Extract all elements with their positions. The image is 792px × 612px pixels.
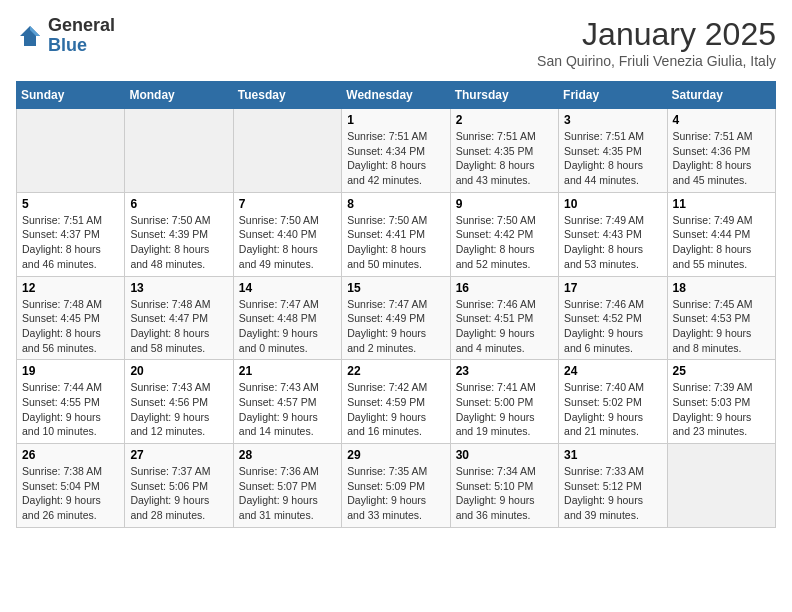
calendar-cell: 13 Sunrise: 7:48 AMSunset: 4:47 PMDaylig… — [125, 276, 233, 360]
calendar-week-row: 26 Sunrise: 7:38 AMSunset: 5:04 PMDaylig… — [17, 444, 776, 528]
days-of-week-row: SundayMondayTuesdayWednesdayThursdayFrid… — [17, 82, 776, 109]
day-info: Sunrise: 7:36 AMSunset: 5:07 PMDaylight:… — [239, 464, 336, 523]
day-info: Sunrise: 7:39 AMSunset: 5:03 PMDaylight:… — [673, 380, 770, 439]
day-info: Sunrise: 7:46 AMSunset: 4:52 PMDaylight:… — [564, 297, 661, 356]
page-header: General Blue January 2025 San Quirino, F… — [16, 16, 776, 69]
calendar-cell: 1 Sunrise: 7:51 AMSunset: 4:34 PMDayligh… — [342, 109, 450, 193]
day-number: 27 — [130, 448, 227, 462]
calendar-week-row: 1 Sunrise: 7:51 AMSunset: 4:34 PMDayligh… — [17, 109, 776, 193]
calendar-cell: 12 Sunrise: 7:48 AMSunset: 4:45 PMDaylig… — [17, 276, 125, 360]
day-of-week-header: Monday — [125, 82, 233, 109]
day-info: Sunrise: 7:51 AMSunset: 4:36 PMDaylight:… — [673, 129, 770, 188]
day-number: 12 — [22, 281, 119, 295]
calendar-cell: 4 Sunrise: 7:51 AMSunset: 4:36 PMDayligh… — [667, 109, 775, 193]
day-number: 8 — [347, 197, 444, 211]
day-info: Sunrise: 7:51 AMSunset: 4:35 PMDaylight:… — [564, 129, 661, 188]
day-number: 9 — [456, 197, 553, 211]
calendar-cell: 9 Sunrise: 7:50 AMSunset: 4:42 PMDayligh… — [450, 192, 558, 276]
day-info: Sunrise: 7:37 AMSunset: 5:06 PMDaylight:… — [130, 464, 227, 523]
calendar-cell: 25 Sunrise: 7:39 AMSunset: 5:03 PMDaylig… — [667, 360, 775, 444]
day-info: Sunrise: 7:51 AMSunset: 4:34 PMDaylight:… — [347, 129, 444, 188]
logo-icon — [16, 22, 44, 50]
day-info: Sunrise: 7:51 AMSunset: 4:35 PMDaylight:… — [456, 129, 553, 188]
calendar-cell: 23 Sunrise: 7:41 AMSunset: 5:00 PMDaylig… — [450, 360, 558, 444]
day-info: Sunrise: 7:34 AMSunset: 5:10 PMDaylight:… — [456, 464, 553, 523]
calendar-cell — [125, 109, 233, 193]
day-number: 24 — [564, 364, 661, 378]
calendar-cell: 2 Sunrise: 7:51 AMSunset: 4:35 PMDayligh… — [450, 109, 558, 193]
calendar-week-row: 5 Sunrise: 7:51 AMSunset: 4:37 PMDayligh… — [17, 192, 776, 276]
day-info: Sunrise: 7:46 AMSunset: 4:51 PMDaylight:… — [456, 297, 553, 356]
day-number: 26 — [22, 448, 119, 462]
day-info: Sunrise: 7:50 AMSunset: 4:40 PMDaylight:… — [239, 213, 336, 272]
day-info: Sunrise: 7:50 AMSunset: 4:39 PMDaylight:… — [130, 213, 227, 272]
day-of-week-header: Sunday — [17, 82, 125, 109]
day-number: 28 — [239, 448, 336, 462]
day-info: Sunrise: 7:50 AMSunset: 4:42 PMDaylight:… — [456, 213, 553, 272]
calendar-cell: 17 Sunrise: 7:46 AMSunset: 4:52 PMDaylig… — [559, 276, 667, 360]
day-info: Sunrise: 7:47 AMSunset: 4:49 PMDaylight:… — [347, 297, 444, 356]
calendar-cell: 29 Sunrise: 7:35 AMSunset: 5:09 PMDaylig… — [342, 444, 450, 528]
calendar-cell — [17, 109, 125, 193]
calendar-cell: 31 Sunrise: 7:33 AMSunset: 5:12 PMDaylig… — [559, 444, 667, 528]
day-number: 18 — [673, 281, 770, 295]
calendar-cell: 22 Sunrise: 7:42 AMSunset: 4:59 PMDaylig… — [342, 360, 450, 444]
day-number: 29 — [347, 448, 444, 462]
calendar-cell: 19 Sunrise: 7:44 AMSunset: 4:55 PMDaylig… — [17, 360, 125, 444]
day-info: Sunrise: 7:48 AMSunset: 4:45 PMDaylight:… — [22, 297, 119, 356]
calendar-cell: 21 Sunrise: 7:43 AMSunset: 4:57 PMDaylig… — [233, 360, 341, 444]
day-number: 21 — [239, 364, 336, 378]
logo: General Blue — [16, 16, 115, 56]
day-number: 7 — [239, 197, 336, 211]
calendar-cell — [667, 444, 775, 528]
day-number: 13 — [130, 281, 227, 295]
day-of-week-header: Wednesday — [342, 82, 450, 109]
day-info: Sunrise: 7:43 AMSunset: 4:56 PMDaylight:… — [130, 380, 227, 439]
day-number: 14 — [239, 281, 336, 295]
day-info: Sunrise: 7:44 AMSunset: 4:55 PMDaylight:… — [22, 380, 119, 439]
location-subtitle: San Quirino, Friuli Venezia Giulia, Ital… — [537, 53, 776, 69]
day-number: 1 — [347, 113, 444, 127]
calendar-cell: 15 Sunrise: 7:47 AMSunset: 4:49 PMDaylig… — [342, 276, 450, 360]
day-info: Sunrise: 7:42 AMSunset: 4:59 PMDaylight:… — [347, 380, 444, 439]
day-info: Sunrise: 7:49 AMSunset: 4:43 PMDaylight:… — [564, 213, 661, 272]
day-number: 19 — [22, 364, 119, 378]
day-info: Sunrise: 7:50 AMSunset: 4:41 PMDaylight:… — [347, 213, 444, 272]
logo-blue-text: Blue — [48, 35, 87, 55]
calendar-cell: 16 Sunrise: 7:46 AMSunset: 4:51 PMDaylig… — [450, 276, 558, 360]
day-number: 3 — [564, 113, 661, 127]
day-info: Sunrise: 7:41 AMSunset: 5:00 PMDaylight:… — [456, 380, 553, 439]
calendar-week-row: 12 Sunrise: 7:48 AMSunset: 4:45 PMDaylig… — [17, 276, 776, 360]
calendar-week-row: 19 Sunrise: 7:44 AMSunset: 4:55 PMDaylig… — [17, 360, 776, 444]
day-number: 10 — [564, 197, 661, 211]
day-of-week-header: Friday — [559, 82, 667, 109]
day-number: 22 — [347, 364, 444, 378]
day-number: 15 — [347, 281, 444, 295]
calendar-cell: 6 Sunrise: 7:50 AMSunset: 4:39 PMDayligh… — [125, 192, 233, 276]
day-info: Sunrise: 7:51 AMSunset: 4:37 PMDaylight:… — [22, 213, 119, 272]
calendar-cell: 20 Sunrise: 7:43 AMSunset: 4:56 PMDaylig… — [125, 360, 233, 444]
day-number: 5 — [22, 197, 119, 211]
day-number: 2 — [456, 113, 553, 127]
day-number: 30 — [456, 448, 553, 462]
day-of-week-header: Saturday — [667, 82, 775, 109]
day-number: 20 — [130, 364, 227, 378]
calendar-cell: 14 Sunrise: 7:47 AMSunset: 4:48 PMDaylig… — [233, 276, 341, 360]
calendar-cell: 24 Sunrise: 7:40 AMSunset: 5:02 PMDaylig… — [559, 360, 667, 444]
day-info: Sunrise: 7:40 AMSunset: 5:02 PMDaylight:… — [564, 380, 661, 439]
calendar-cell: 8 Sunrise: 7:50 AMSunset: 4:41 PMDayligh… — [342, 192, 450, 276]
day-number: 23 — [456, 364, 553, 378]
day-info: Sunrise: 7:49 AMSunset: 4:44 PMDaylight:… — [673, 213, 770, 272]
calendar-cell: 10 Sunrise: 7:49 AMSunset: 4:43 PMDaylig… — [559, 192, 667, 276]
calendar-cell: 3 Sunrise: 7:51 AMSunset: 4:35 PMDayligh… — [559, 109, 667, 193]
logo-general-text: General — [48, 15, 115, 35]
calendar-cell: 18 Sunrise: 7:45 AMSunset: 4:53 PMDaylig… — [667, 276, 775, 360]
calendar-cell: 27 Sunrise: 7:37 AMSunset: 5:06 PMDaylig… — [125, 444, 233, 528]
calendar-cell: 26 Sunrise: 7:38 AMSunset: 5:04 PMDaylig… — [17, 444, 125, 528]
day-number: 6 — [130, 197, 227, 211]
calendar-cell — [233, 109, 341, 193]
day-number: 4 — [673, 113, 770, 127]
day-number: 16 — [456, 281, 553, 295]
calendar-table: SundayMondayTuesdayWednesdayThursdayFrid… — [16, 81, 776, 528]
calendar-cell: 30 Sunrise: 7:34 AMSunset: 5:10 PMDaylig… — [450, 444, 558, 528]
